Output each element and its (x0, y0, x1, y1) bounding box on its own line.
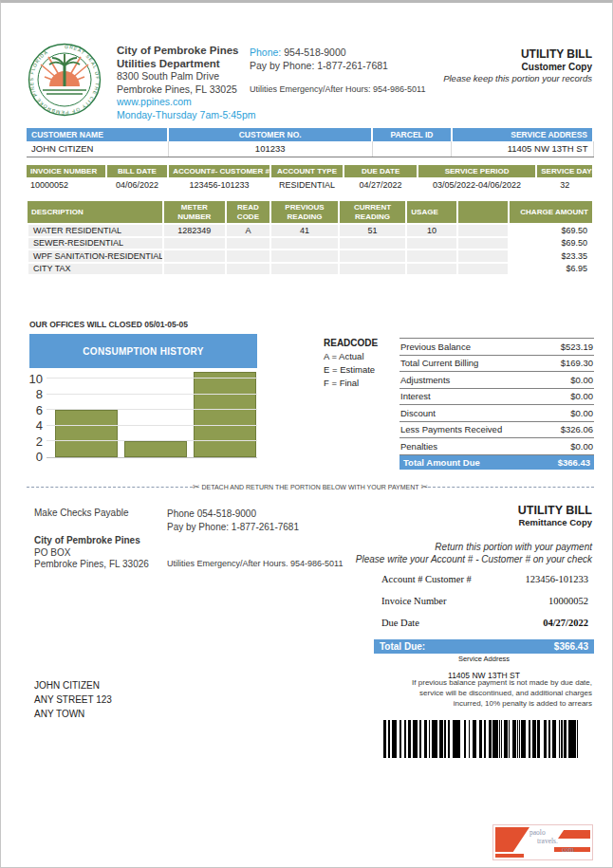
col-spacer (457, 201, 509, 224)
remit-detail-row: Invoice Number10000052 (374, 596, 594, 606)
detach-instruction: DETACH AND RETURN THE PORTION BELOW WITH… (199, 484, 420, 490)
account-customer-value: 123456-101233 (168, 177, 269, 192)
fine-print-line: service will be discontinued, and additi… (355, 688, 592, 698)
summary-label: Less Payments Received (400, 424, 502, 434)
mailing-line: ANY TOWN (34, 707, 112, 721)
summary-row: Penalties$0.00 (399, 438, 594, 455)
phone-line: Phone: 954-518-9000 (250, 46, 388, 59)
payment-barcode (383, 720, 578, 758)
chart-gridline (46, 425, 257, 426)
due-date-value: 04/27/2022 (344, 177, 418, 192)
dashed-line (428, 487, 594, 488)
return-line: Please write your Account # - Customer #… (356, 553, 592, 565)
total-due-value: $366.43 (558, 457, 590, 468)
copy-block: UTILITY BILL Customer Copy Please keep t… (443, 47, 592, 83)
y-axis-tick-label: 8 (36, 387, 43, 401)
y-axis-tick-label: 2 (36, 434, 43, 449)
charge-amount-value: $69.50 (509, 237, 593, 250)
org-city: Pembroke Pines, FL 33025 (117, 83, 255, 97)
service-period-value: 03/05/2022-04/06/2022 (418, 177, 536, 192)
website-link[interactable]: www.ppines.com (117, 96, 255, 109)
col-service-period: SERVICE PERIOD (418, 165, 536, 177)
col-previous-reading: PREVIOUS READING (270, 201, 339, 224)
charge-row: CITY TAX $6.95 (28, 263, 593, 276)
col-meter-number: METER NUMBER (163, 201, 226, 224)
charge-description: CITY TAX (28, 263, 163, 276)
remit-detail-value: 123456-101233 (526, 574, 589, 584)
total-amount-due-row: Total Amount Due $366.43 (399, 455, 594, 470)
col-account-customer: ACCOUNT#- CUSTOMER # (168, 165, 269, 177)
chart-bars (46, 379, 257, 457)
utility-address-block: City of Pembroke Pines Utilities Departm… (117, 45, 255, 121)
watermark-left-bar (495, 854, 524, 858)
charge-row: WPF SANITATION-RESIDENTIAL $23.35 (28, 249, 593, 263)
payee-name: City of Pembroke Pines (34, 535, 149, 547)
total-due-label: Total Amount Due (403, 457, 480, 468)
readcode-item: A = Actual (324, 350, 378, 363)
summary-row: Adjustments$0.00 (399, 372, 594, 389)
col-service-days: SERVICE DAYS (536, 165, 593, 177)
previous-reading-value: 41 (270, 224, 339, 237)
col-service-address: SERVICE ADDRESS (452, 128, 593, 141)
summary-value: $523.19 (561, 342, 593, 352)
y-axis-tick-label: 4 (36, 418, 43, 433)
keep-note: Please keep this portion your records (443, 73, 592, 83)
chart-y-axis: 1086420 (26, 372, 43, 464)
bill-title: UTILITY BILL (443, 47, 592, 61)
summary-label: Adjustments (400, 375, 450, 385)
col-charge-amount: CHARGE AMOUNT (509, 201, 593, 224)
account-type-value: RESIDENTIAL (270, 177, 344, 192)
return-line: Return this portion with your payment (356, 541, 592, 553)
watermark-text: paolo travels. com (529, 828, 588, 854)
remit-phone-block: Phone 054-518-9000 Pay by Phone: 1-877-2… (167, 508, 299, 534)
remit-detail-row: Due Date04/27/2022 (374, 618, 594, 628)
remit-copy-block: UTILITY BILL Remittance Copy (518, 504, 592, 527)
consumption-bar (55, 410, 118, 457)
col-bill-date: BILL DATE (106, 165, 169, 177)
summary-label: Interest (400, 391, 431, 401)
chart-gridline (46, 378, 257, 379)
utility-bill-page: GREAT SEAL OF THE CITY OF PEMBROKE PINES… (0, 0, 613, 868)
remit-details-table: Account # Customer #123456-101233 Invoic… (374, 574, 594, 680)
readcode-item: F = Final (324, 377, 378, 390)
org-street: 8300 South Palm Drive (117, 70, 255, 83)
org-name: City of Pembroke Pines (117, 45, 255, 58)
summary-row: Less Payments Received$326.06 (399, 422, 594, 439)
usage-value: 10 (406, 224, 457, 237)
office-hours: Monday-Thursday 7am-5:45pm (117, 109, 255, 122)
invoice-table-header: INVOICE NUMBER BILL DATE ACCOUNT#- CUSTO… (27, 165, 593, 177)
remit-total-label: Total Due: (380, 641, 425, 652)
invoice-table: INVOICE NUMBER BILL DATE ACCOUNT#- CUSTO… (27, 165, 594, 192)
y-axis-tick-label: 0 (36, 450, 43, 464)
mailing-address-block: JOHN CITIZEN ANY STREET 123 ANY TOWN (34, 678, 112, 721)
col-read-code: READ CODE (226, 201, 271, 224)
remit-detail-row: Account # Customer #123456-101233 (374, 574, 594, 584)
charges-table-header: DESCRIPTION METER NUMBER READ CODE PREVI… (28, 201, 593, 224)
readcode-title: READCODE (324, 337, 378, 350)
col-parcel-id: PARCEL ID (372, 128, 452, 141)
fine-print-line: incurred, 10% penalty is added to arrear… (355, 698, 592, 709)
payee-address-block: City of Pembroke Pines PO BOX Pembroke P… (34, 535, 149, 571)
consumption-bar (194, 372, 256, 457)
y-axis-tick-label: 6 (36, 403, 43, 417)
summary-value: $0.00 (570, 441, 593, 452)
charge-amount-value: $69.50 (509, 224, 593, 237)
remit-detail-label: Due Date (381, 618, 419, 628)
charge-row: SEWER-RESIDENTIAL $69.50 (28, 237, 593, 250)
dashed-line (27, 487, 193, 488)
col-usage: USAGE (406, 201, 457, 224)
remit-phone-line: Phone 054-518-9000 (167, 508, 299, 521)
billing-summary-table: Previous Balance$523.19 Total Current Bi… (399, 338, 594, 470)
paolo-travels-watermark: paolo travels. com (492, 824, 593, 860)
readcode-item: E = Estimate (324, 363, 378, 377)
remit-pay-by-phone: Pay by Phone: 1-877-261-7681 (167, 521, 299, 534)
charges-table: DESCRIPTION METER NUMBER READ CODE PREVI… (27, 201, 594, 276)
city-seal-logo: GREAT SEAL OF THE CITY OF PEMBROKE PINES… (28, 43, 102, 117)
service-address-label: Service Address (374, 655, 594, 663)
col-customer-name: CUSTOMER NAME (27, 128, 168, 141)
payee-city: Pembroke Pines, FL 33026 (34, 559, 149, 571)
chart-gridline (46, 440, 257, 441)
consumption-history-title: CONSUMPTION HISTORY (29, 334, 257, 368)
col-due-date: DUE DATE (344, 165, 418, 177)
org-dept: Utilities Department (117, 58, 255, 71)
